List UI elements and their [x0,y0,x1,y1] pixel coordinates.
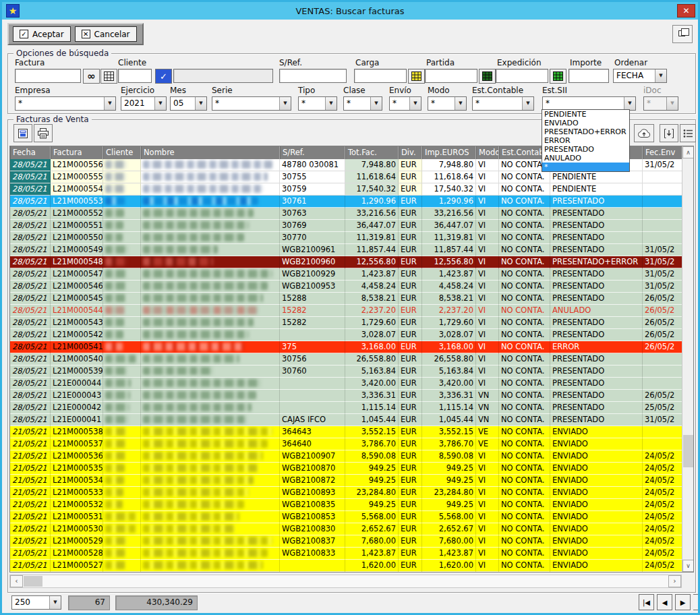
cell-impeuros[interactable]: 8,590.08 [422,450,476,463]
cell-nombre[interactable] [141,171,280,183]
cell-modo[interactable]: VI [476,171,499,183]
cell-estcont[interactable]: NO CONTA. [499,402,550,414]
cell-factura[interactable]: L21M000544 [51,305,103,317]
cell-div[interactable]: EUR [399,183,422,196]
cell-factura[interactable]: L21M000528 [51,548,103,560]
column-header-fecha[interactable]: Fecha [10,146,51,159]
cell-estcont[interactable]: NO CONTA. [499,475,550,487]
cell-estsii[interactable]: ENVIADO [550,535,643,548]
cell-div[interactable]: EUR [399,256,422,268]
cell-fecenv[interactable] [643,220,683,232]
cell-modo[interactable]: VI [476,220,499,232]
cell-estcont[interactable]: NO CONTA. [499,329,550,341]
cell-fecha[interactable]: 21/05/21 [10,475,51,487]
cell-totfac[interactable]: 8,590.08 [345,450,399,463]
table-row[interactable]: 21/05/21L21M0005383646433,552.15EUR3,552… [10,426,693,438]
cell-div[interactable]: EUR [399,414,422,426]
cell-estsii[interactable]: PRESENTADO [550,232,643,244]
cell-factura[interactable]: L21M000538 [51,426,103,438]
cell-totfac[interactable]: 11,857.44 [345,244,399,256]
cell-cliente[interactable] [103,341,141,353]
cell-totfac[interactable]: 17,540.32 [345,183,399,196]
cell-cliente[interactable] [103,305,141,317]
cell-estsii[interactable]: ENVIADO [550,463,643,475]
cell-estsii[interactable]: ENVIADO [550,487,643,499]
cell-estcont[interactable]: NO CONTA. [499,208,550,220]
est-sii-option[interactable]: PRESENTADO [542,145,629,154]
cell-estcont[interactable]: NO CONTA. [499,220,550,232]
cell-sref[interactable]: WGB2100833 [280,548,345,560]
cell-estsii[interactable]: PENDIENTE [550,183,643,196]
cell-estsii[interactable]: ENVIADO [550,438,643,450]
table-row[interactable]: 28/05/21L21M000548WGB210096012,556.80EUR… [10,256,693,268]
expedicion-input[interactable] [496,69,548,83]
cell-cliente[interactable] [103,426,141,438]
column-header-cliente[interactable]: Cliente [103,146,141,159]
cell-fecenv[interactable]: 26/05/2 [643,317,683,329]
cell-modo[interactable]: VI [476,305,499,317]
cell-impeuros[interactable]: 11,857.44 [422,244,476,256]
cell-factura[interactable]: L21M000530 [51,523,103,535]
cell-estcont[interactable]: NO CONTA. [499,232,550,244]
cell-sref[interactable]: WGB2100953 [280,281,345,293]
table-row[interactable]: 28/05/21L21M000545152888,538.21EUR8,538.… [10,293,693,305]
cell-fecha[interactable]: 28/05/21 [10,317,51,329]
search-binoculars-button[interactable]: ∞ [83,69,100,84]
ejercicio-combo[interactable]: 2021▼ [121,96,167,111]
print-button[interactable] [34,124,53,142]
cell-totfac[interactable]: 1,423.87 [345,268,399,281]
cell-div[interactable]: EUR [399,463,422,475]
cell-div[interactable]: EUR [399,438,422,450]
cell-modo[interactable]: VI [476,475,499,487]
cell-estcont[interactable]: NO CONTA. [499,390,550,402]
table-row[interactable]: 28/05/21L21M000544152822,237.20EUR2,237.… [10,305,693,317]
cell-totfac[interactable]: 1,423.87 [345,548,399,560]
est-contable-combo[interactable]: *▼ [472,96,534,111]
cell-cliente[interactable] [103,171,141,183]
cell-estcont[interactable]: NO CONTA. [499,499,550,511]
cell-estsii[interactable]: ENVIADO [550,499,643,511]
column-header-factura[interactable]: Factura [51,146,103,159]
cell-div[interactable]: EUR [399,365,422,378]
cell-cliente[interactable] [103,268,141,281]
column-header-imp-euros[interactable]: Imp.EUROS [422,146,476,159]
cell-sref[interactable] [280,402,345,414]
cell-modo[interactable]: VI [476,268,499,281]
cell-modo[interactable]: VI [476,341,499,353]
cell-fecha[interactable]: 21/05/21 [10,499,51,511]
cell-estcont[interactable]: NO CONTA. [499,305,550,317]
cell-impeuros[interactable]: 7,948.80 [422,159,476,171]
cell-estcont[interactable]: NO CONTA. [499,426,550,438]
cell-impeuros[interactable]: 11,319.81 [422,232,476,244]
cell-nombre[interactable] [141,305,280,317]
cell-sref[interactable]: CAJAS IFCO [280,414,345,426]
clase-combo[interactable]: *▼ [343,96,382,111]
table-row[interactable]: 21/05/21L21M000531WGB21008535,568.00EUR5… [10,511,693,523]
cell-estsii[interactable]: PRESENTADO [550,293,643,305]
cell-estsii[interactable]: PRESENTADO [550,402,643,414]
cell-totfac[interactable]: 1,045.44 [345,414,399,426]
cell-fecha[interactable]: 28/05/21 [10,293,51,305]
cell-impeuros[interactable]: 5,163.84 [422,365,476,378]
cliente-code-input[interactable] [118,69,152,83]
est-sii-option[interactable]: * [542,163,629,171]
partida-input[interactable] [425,69,477,83]
grid-settings-button[interactable] [680,124,696,142]
table-row[interactable]: 28/05/21L21M000547WGB21009291,423.87EUR1… [10,268,693,281]
cell-fecha[interactable]: 28/05/21 [10,305,51,317]
cell-sref[interactable]: 15282 [280,305,345,317]
cell-fecenv[interactable]: 24/05/2 [643,511,683,523]
cell-fecenv[interactable]: 24/05/2 [643,535,683,548]
cell-fecenv[interactable] [643,196,683,208]
cell-estsii[interactable]: ENVIADO [550,560,643,572]
cell-estsii[interactable]: PRESENTADO [550,208,643,220]
cell-factura[interactable]: L21M000536 [51,450,103,463]
empresa-combo[interactable]: *▼ [15,96,116,111]
cell-totfac[interactable]: 36,447.07 [345,220,399,232]
cell-estcont[interactable]: NO CONTA. [499,523,550,535]
cell-totfac[interactable]: 7,948.80 [345,159,399,171]
cell-estsii[interactable]: ENVIADO [550,548,643,560]
cell-div[interactable]: EUR [399,378,422,390]
cell-factura[interactable]: L21M000543 [51,317,103,329]
cell-nombre[interactable] [141,293,280,305]
